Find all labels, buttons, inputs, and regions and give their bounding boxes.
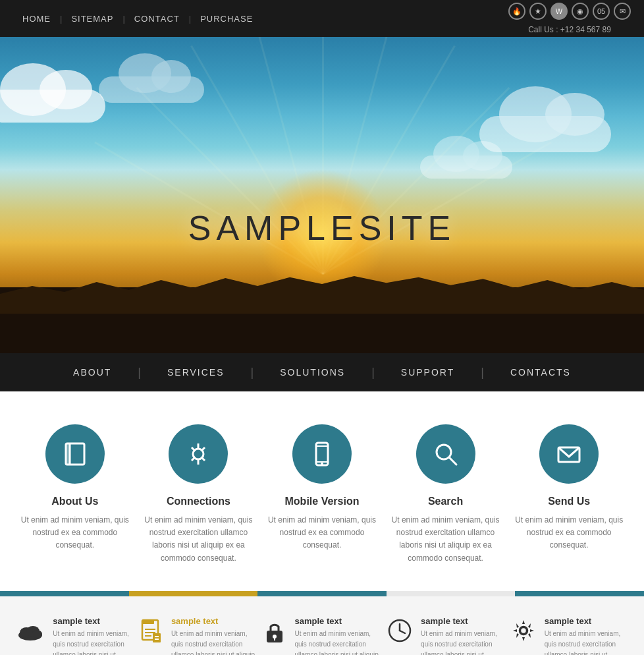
info-text-document: Ut enim ad minim veniam, quis nostrud ex…	[171, 629, 256, 655]
gear-svg-icon	[512, 619, 535, 642]
feature-sendus: Send Us Ut enim ad minim veniam, quis no…	[513, 424, 625, 552]
feature-mobile: Mobile Version Ut enim ad minim veniam, …	[266, 424, 378, 552]
document-icon	[141, 619, 162, 650]
document-svg-icon	[141, 619, 162, 644]
gear-icon	[512, 619, 535, 648]
svg-point-9	[321, 463, 323, 465]
color-bar-4	[387, 591, 516, 596]
feature-desc-connections: Ut enim ad minim veniam, quis nostrud ex…	[142, 514, 254, 565]
nav-home[interactable]: HOME	[13, 14, 60, 24]
feature-icon-mobile	[292, 424, 352, 484]
lock-icon	[264, 619, 285, 650]
top-nav-icons: 🔥 ★ W ◉ 05 ✉	[508, 3, 631, 20]
call-us-text: Call Us : +12 34 567 89	[528, 25, 611, 34]
nav-icon-fire[interactable]: 🔥	[508, 3, 525, 20]
info-title-gear: sample text	[545, 616, 627, 626]
features-section: About Us Ut enim ad minim veniam, quis n…	[0, 391, 644, 591]
nav-icon-w[interactable]: W	[550, 3, 568, 20]
svg-rect-2	[66, 443, 70, 465]
search-icon	[431, 440, 460, 469]
feature-title-sendus: Send Us	[548, 496, 590, 507]
nav-icon-circle[interactable]: ◉	[572, 3, 589, 20]
clock-svg-icon	[388, 619, 412, 642]
svg-point-3	[193, 449, 203, 459]
svg-line-30	[400, 631, 405, 633]
top-nav: HOME | SITEMAP | CONTACT | PURCHASE 🔥 ★ …	[0, 0, 644, 37]
info-title-document: sample text	[171, 616, 256, 626]
color-bar-2	[129, 591, 258, 596]
top-nav-right: 🔥 ★ W ◉ 05 ✉ Call Us : +12 34 567 89	[508, 3, 631, 34]
color-bar-3	[257, 591, 387, 596]
hero-background	[0, 37, 644, 353]
sec-nav-services[interactable]: SERVICES	[141, 353, 251, 391]
info-clock: sample text Ut enim ad minim veniam, qui…	[388, 616, 503, 655]
info-gear: sample text Ut enim ad minim veniam, qui…	[512, 616, 627, 655]
feature-title-search: Search	[428, 496, 463, 507]
info-cloud: sample text Ut enim ad minim veniam, qui…	[17, 616, 132, 655]
secondary-nav: ABOUT | SERVICES | SOLUTIONS | SUPPORT |…	[0, 353, 644, 391]
lock-svg-icon	[264, 619, 285, 644]
cloud-icon	[17, 619, 43, 646]
feature-desc-mobile: Ut enim ad minim veniam, quis nostrud ex…	[266, 514, 378, 552]
hero-title: SAMPLESITE	[0, 208, 644, 248]
feature-icon-search	[416, 424, 475, 484]
cloud-1	[0, 90, 105, 123]
svg-point-16	[32, 630, 42, 638]
top-nav-links: HOME | SITEMAP | CONTACT | PURCHASE	[13, 14, 262, 24]
nav-purchase[interactable]: PURCHASE	[191, 14, 262, 24]
connections-icon	[184, 440, 213, 469]
color-bar-5	[515, 591, 644, 596]
hero-section: SAMPLESITE	[0, 37, 644, 353]
nav-sitemap[interactable]: SITEMAP	[62, 14, 122, 24]
feature-icon-connections	[169, 424, 228, 484]
sec-nav-contacts[interactable]: CONTACTS	[484, 353, 597, 391]
sec-nav-solutions[interactable]: SOLUTIONS	[254, 353, 371, 391]
feature-title-about: About Us	[51, 496, 98, 507]
svg-point-32	[520, 627, 527, 634]
feature-icon-book	[45, 424, 105, 484]
cloud-svg-icon	[17, 622, 43, 641]
mail-icon	[554, 440, 583, 469]
info-section: sample text Ut enim ad minim veniam, qui…	[0, 596, 644, 655]
nav-icon-mail[interactable]: ✉	[614, 3, 631, 20]
info-text-clock: Ut enim ad minim veniam, quis nostrud ex…	[421, 629, 503, 655]
svg-line-11	[449, 457, 456, 465]
feature-about: About Us Ut enim ad minim veniam, quis n…	[19, 424, 131, 552]
svg-rect-18	[142, 620, 154, 624]
nav-icon-num[interactable]: 05	[593, 3, 610, 20]
sec-nav-about[interactable]: ABOUT	[47, 353, 138, 391]
info-document: sample text Ut enim ad minim veniam, qui…	[141, 616, 256, 655]
info-title-lock: sample text	[294, 616, 379, 626]
color-bars	[0, 591, 644, 596]
feature-icon-mail	[539, 424, 599, 484]
info-title-clock: sample text	[421, 616, 503, 626]
cloud-3	[479, 116, 611, 152]
feature-connections: Connections Ut enim ad minim veniam, qui…	[142, 424, 254, 565]
info-content-lock: sample text Ut enim ad minim veniam, qui…	[294, 616, 379, 655]
cloud-4	[420, 156, 512, 179]
svg-rect-27	[274, 637, 275, 641]
info-content-document: sample text Ut enim ad minim veniam, qui…	[171, 616, 256, 655]
feature-desc-search: Ut enim ad minim veniam, quis nostrud ex…	[390, 514, 502, 565]
feature-title-mobile: Mobile Version	[285, 496, 360, 507]
feature-desc-sendus: Ut enim ad minim veniam, quis nostrud ex…	[513, 514, 625, 552]
feature-desc-about: Ut enim ad minim veniam, quis nostrud ex…	[19, 514, 131, 552]
info-content-gear: sample text Ut enim ad minim veniam, qui…	[545, 616, 627, 655]
info-lock: sample text Ut enim ad minim veniam, qui…	[264, 616, 379, 655]
sec-nav-support[interactable]: SUPPORT	[375, 353, 481, 391]
nav-icon-star[interactable]: ★	[529, 3, 547, 20]
feature-search: Search Ut enim ad minim veniam, quis nos…	[390, 424, 502, 565]
info-text-cloud: Ut enim ad minim veniam, quis nostrud ex…	[53, 629, 132, 655]
info-title-cloud: sample text	[53, 616, 132, 626]
info-content-cloud: sample text Ut enim ad minim veniam, qui…	[53, 616, 132, 655]
svg-rect-22	[153, 633, 161, 642]
mobile-icon	[308, 440, 336, 469]
info-content-clock: sample text Ut enim ad minim veniam, qui…	[421, 616, 503, 655]
book-icon	[61, 440, 90, 469]
cloud-2	[99, 76, 204, 103]
clock-icon	[388, 619, 412, 648]
info-text-gear: Ut enim ad minim veniam, quis nostrud ex…	[545, 629, 627, 655]
info-text-lock: Ut enim ad minim veniam, quis nostrud ex…	[294, 629, 379, 655]
nav-contact[interactable]: CONTACT	[125, 14, 189, 24]
color-bar-1	[0, 591, 129, 596]
